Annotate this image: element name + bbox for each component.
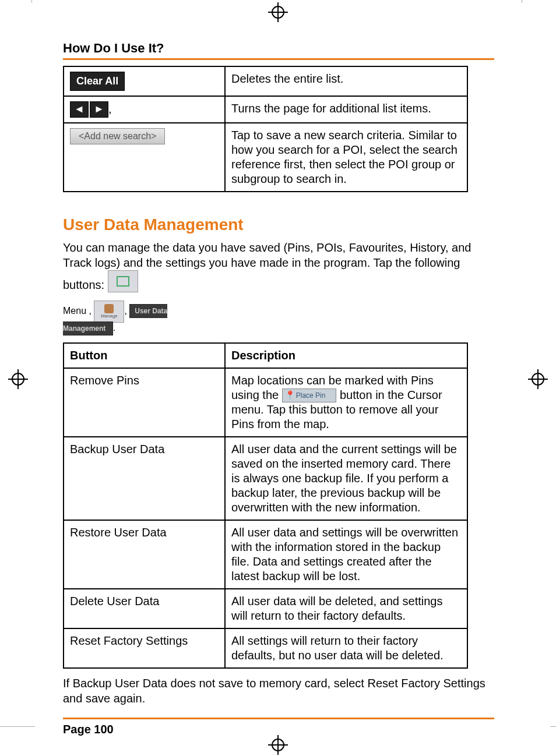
prev-page-icon[interactable]: ◄ <box>70 101 89 118</box>
user-data-table: Button Description Remove Pins Map locat… <box>63 342 468 669</box>
cell-desc: All settings will return to their factor… <box>225 628 467 668</box>
table-row: Remove Pins Map locations can be marked … <box>64 368 467 437</box>
table-row: Restore User Data All user data and sett… <box>64 520 467 589</box>
registration-mark-icon <box>12 373 24 386</box>
next-page-icon[interactable]: ► <box>90 101 108 118</box>
cell-desc: Map locations can be marked with Pins us… <box>225 368 467 437</box>
separator-comma: , <box>108 102 112 115</box>
crop-mark-bottom <box>550 726 556 727</box>
section-title: User Data Management <box>63 216 494 234</box>
cell-button-name: Remove Pins <box>64 368 225 437</box>
add-new-search-button[interactable]: <Add new search> <box>70 128 165 144</box>
table-row: ◄ ► , Turns the page for additional list… <box>64 96 467 123</box>
cell-desc: All user data will be deleted, and setti… <box>225 589 467 628</box>
registration-mark-icon <box>532 373 544 386</box>
menu-label: Menu <box>63 305 86 315</box>
udm-line2: Management <box>63 324 105 333</box>
table-row: Clear All Deletes the entire list. <box>64 66 467 96</box>
footer-rule <box>63 718 494 719</box>
header-button: Button <box>64 343 225 368</box>
cell-button-name: Restore User Data <box>64 520 225 589</box>
menu-icon <box>117 276 129 287</box>
cell-desc: Tap to save a new search criteria. Simil… <box>225 123 467 192</box>
clear-all-button[interactable]: Clear All <box>70 72 125 91</box>
page-nav-buttons: ◄ ► <box>70 101 108 118</box>
intro-paragraph: You can manage the data you have saved (… <box>63 240 494 292</box>
header-rule <box>63 58 494 60</box>
manage-icon <box>104 304 114 313</box>
cell-desc: All user data and the current settings w… <box>225 437 467 520</box>
registration-mark-icon <box>272 6 284 19</box>
cell-desc: Turns the page for additional list items… <box>225 96 467 123</box>
table-row: Delete User Data All user data will be d… <box>64 589 467 628</box>
cell-desc: Deletes the entire list. <box>225 66 467 96</box>
pin-icon: 📍 <box>285 390 295 400</box>
manage-button[interactable]: Manage <box>94 301 124 323</box>
page: How Do I Use It? Clear All Deletes the e… <box>0 0 556 756</box>
page-number: Page 100 <box>63 723 494 736</box>
page-header: How Do I Use It? <box>63 41 494 56</box>
place-pin-button[interactable]: 📍Place Pin <box>282 388 337 402</box>
header-description: Description <box>225 343 467 368</box>
footer-note: If Backup User Data does not save to mem… <box>63 676 494 706</box>
table-header-row: Button Description <box>64 343 467 368</box>
place-pin-label: Place Pin <box>296 391 326 400</box>
menu-button[interactable] <box>108 270 138 292</box>
cell-button-name: Backup User Data <box>64 437 225 520</box>
cell-button-name: Delete User Data <box>64 589 225 628</box>
udm-line1: User Data <box>135 307 167 315</box>
manage-label: Manage <box>101 313 118 319</box>
crop-mark-top <box>31 0 522 3</box>
table-row: Backup User Data All user data and the c… <box>64 437 467 520</box>
table-row: <Add new search> Tap to save a new searc… <box>64 123 467 192</box>
cell-desc: All user data and settings will be overw… <box>225 520 467 589</box>
controls-table: Clear All Deletes the entire list. ◄ ► ,… <box>63 66 468 192</box>
cell-button-name: Reset Factory Settings <box>64 628 225 668</box>
registration-mark-icon <box>272 739 284 751</box>
crop-mark-bottom <box>0 726 35 727</box>
table-row: Reset Factory Settings All settings will… <box>64 628 467 668</box>
